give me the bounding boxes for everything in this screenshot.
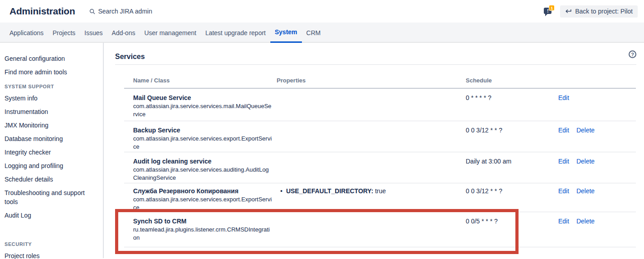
delete-link[interactable]: Delete [576, 127, 594, 134]
topbar-right: ! 1 Back to project: Pilot [544, 5, 638, 18]
column-header-name-class: Name / Class [124, 77, 277, 88]
main-content: Services ? Name / Class Properties Sched… [104, 43, 644, 258]
sidebar-item-project-roles[interactable]: Project roles [5, 251, 98, 259]
column-header-properties: Properties [277, 77, 466, 88]
property-key: USE_DEFAULT_DIRECTORY: [286, 187, 373, 195]
delete-link[interactable]: Delete [576, 218, 594, 225]
tab-system[interactable]: System [270, 23, 302, 43]
table-row-backup-service-ru: Служба Резервного Копирования com.atlass… [124, 183, 636, 212]
service-name: Mail Queue Service [133, 94, 272, 101]
service-properties [277, 212, 466, 247]
tab-issues[interactable]: Issues [80, 23, 107, 43]
sidebar-item-audit-log[interactable]: Audit Log [5, 211, 98, 220]
tab-latest-upgrade-report[interactable]: Latest upgrade report [201, 23, 270, 43]
admin-nav-tabs: Applications Projects Issues Add-ons Use… [0, 23, 644, 43]
services-heading: Services [115, 53, 636, 65]
edit-link[interactable]: Edit [558, 94, 569, 101]
search-input[interactable] [98, 8, 184, 15]
service-schedule: Daily at 3:00 am [466, 158, 511, 165]
edit-link[interactable]: Edit [558, 218, 569, 225]
admin-search[interactable] [89, 8, 184, 15]
service-schedule: 0 0 3/12 * * ? [466, 127, 502, 134]
service-properties [277, 152, 466, 183]
speech-bubble-tail [545, 14, 548, 16]
sidebar-item-database-monitoring[interactable]: Database monitoring [5, 134, 98, 143]
edit-link[interactable]: Edit [558, 158, 569, 165]
sidebar-section-security: SECURITY [5, 241, 98, 247]
service-properties [277, 121, 466, 152]
property-value: true [375, 187, 386, 195]
return-arrow-icon [565, 8, 572, 15]
service-class: com.atlassian.jira.service.services.mail… [133, 102, 272, 118]
column-header-schedule: Schedule [466, 77, 558, 88]
sidebar-section-system-support: SYSTEM SUPPORT [5, 84, 98, 89]
sidebar-item-troubleshooting[interactable]: Troubleshooting and support tools [5, 188, 98, 206]
sidebar-item-integrity-checker[interactable]: Integrity checker [5, 148, 98, 157]
service-class: ru.teamlead.jira.plugins.listener.crm.CR… [133, 226, 272, 242]
service-property: •USE_DEFAULT_DIRECTORY: true [277, 187, 461, 195]
tab-add-ons[interactable]: Add-ons [107, 23, 140, 43]
sidebar-spacer [5, 224, 98, 234]
top-bar: Administration ! 1 Back to project: Pilo… [0, 0, 644, 23]
service-properties [277, 88, 466, 121]
service-schedule: 0 * * * * ? [466, 94, 491, 101]
back-to-project-label: Back to project: Pilot [575, 8, 633, 15]
table-row-synch-sd-to-crm: Synch SD to CRM ru.teamlead.jira.plugins… [124, 212, 636, 247]
sidebar-item-instrumentation[interactable]: Instrumentation [5, 107, 98, 116]
bullet-icon: • [280, 187, 283, 195]
table-row-backup-service: Backup Service com.atlassian.jira.servic… [124, 121, 636, 152]
delete-link[interactable]: Delete [576, 158, 594, 165]
help-icon[interactable]: ? [629, 50, 636, 58]
table-row-audit-log-cleaning: Audit log cleaning service com.atlassian… [124, 152, 636, 183]
sidebar-item-scheduler-details[interactable]: Scheduler details [5, 175, 98, 184]
delete-link[interactable]: Delete [576, 187, 594, 195]
service-class: com.atlassian.jira.service.services.audi… [133, 166, 272, 182]
notifications-icon[interactable]: ! 1 [544, 6, 555, 17]
page-title: Administration [9, 6, 75, 17]
service-schedule: 0 0/5 * * * ? [466, 218, 498, 225]
edit-link[interactable]: Edit [558, 127, 569, 134]
edit-link[interactable]: Edit [558, 187, 569, 195]
service-name: Служба Резервного Копирования [133, 187, 272, 195]
table-row-mail-queue-service: Mail Queue Service com.atlassian.jira.se… [124, 88, 636, 121]
tab-crm[interactable]: CRM [302, 23, 325, 43]
tab-user-management[interactable]: User management [140, 23, 201, 43]
service-class: com.atlassian.jira.service.services.expo… [133, 135, 272, 151]
search-icon [89, 9, 95, 14]
sidebar-item-jmx-monitoring[interactable]: JMX Monitoring [5, 121, 98, 130]
service-name: Backup Service [133, 127, 272, 134]
admin-sidebar: General configuration Find more admin to… [0, 43, 104, 258]
services-table: Name / Class Properties Schedule Mail Qu… [124, 77, 636, 247]
column-header-actions [558, 77, 636, 88]
tab-projects[interactable]: Projects [48, 23, 80, 43]
page-body: General configuration Find more admin to… [0, 43, 644, 258]
sidebar-item-general-configuration[interactable]: General configuration [5, 54, 98, 63]
service-name: Audit log cleaning service [133, 158, 272, 165]
sidebar-item-system-info[interactable]: System info [5, 94, 98, 103]
service-schedule: 0 0 3/12 * * ? [466, 187, 502, 195]
service-name: Synch SD to CRM [133, 218, 272, 225]
sidebar-item-logging-and-profiling[interactable]: Logging and profiling [5, 161, 98, 170]
table-header-row: Name / Class Properties Schedule [124, 77, 636, 88]
tab-applications[interactable]: Applications [5, 23, 48, 43]
service-class: com.atlassian.jira.service.services.expo… [133, 195, 272, 212]
sidebar-item-find-more-admin-tools[interactable]: Find more admin tools [5, 68, 98, 77]
back-to-project-button[interactable]: Back to project: Pilot [560, 5, 638, 18]
notification-badge: 1 [549, 5, 555, 11]
